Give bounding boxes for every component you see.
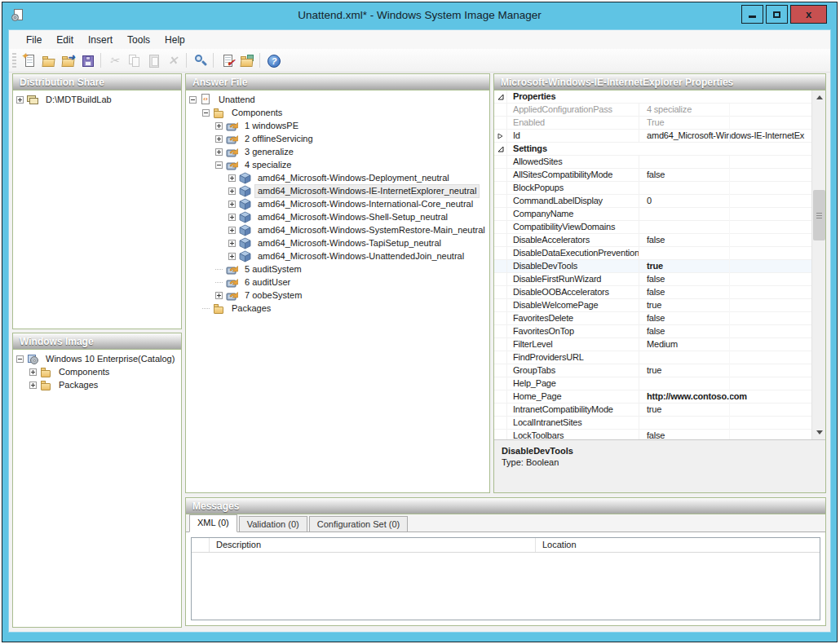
- property-value[interactable]: false: [639, 312, 811, 325]
- property-value[interactable]: false: [639, 169, 811, 182]
- property-row[interactable]: LocalIntranetSites: [494, 417, 811, 430]
- menu-edit[interactable]: Edit: [49, 32, 81, 48]
- property-row[interactable]: DisableWelcomePagetrue: [494, 299, 811, 312]
- expand-plus-icon[interactable]: [228, 201, 236, 208]
- scrollbar-up-button[interactable]: [812, 90, 826, 104]
- property-row[interactable]: DisableDevToolstrue: [494, 260, 811, 273]
- property-value[interactable]: true: [639, 364, 811, 377]
- messages-location-column[interactable]: Location: [536, 538, 820, 552]
- property-section-row[interactable]: Settings: [494, 143, 811, 156]
- expand-plus-icon[interactable]: [29, 382, 37, 389]
- answer-file-tree-item[interactable]: 1 windowsPE: [188, 119, 488, 132]
- property-value[interactable]: false: [639, 286, 811, 299]
- property-value[interactable]: 0: [639, 195, 811, 208]
- collapse-minus-icon[interactable]: [215, 161, 223, 169]
- property-row[interactable]: Help_Page: [494, 377, 811, 390]
- property-row[interactable]: AllSitesCompatibilityModefalse: [494, 169, 811, 182]
- collapse-minus-icon[interactable]: [189, 96, 197, 104]
- property-value[interactable]: [639, 221, 811, 234]
- property-row[interactable]: FindProvidersURL: [494, 351, 811, 364]
- property-value[interactable]: Medium: [639, 338, 811, 351]
- answer-file-tree-item[interactable]: Components: [188, 106, 488, 119]
- minimize-button[interactable]: [741, 5, 763, 24]
- property-row[interactable]: EnabledTrue: [494, 117, 811, 130]
- answer-file-tree-item[interactable]: amd64_Microsoft-Windows-Shell-Setup_neut…: [188, 210, 488, 223]
- section-collapse-icon[interactable]: [494, 143, 507, 156]
- answer-file-tree-item[interactable]: 7 oobeSystem: [188, 289, 488, 302]
- tab-validation[interactable]: Validation (0): [239, 516, 307, 532]
- expand-plus-icon[interactable]: [215, 122, 223, 130]
- property-value[interactable]: false: [639, 234, 811, 247]
- expand-plus-icon[interactable]: [228, 187, 236, 195]
- property-row[interactable]: CompanyName: [494, 208, 811, 221]
- property-row[interactable]: LockToolbarsfalse: [494, 430, 811, 439]
- property-value[interactable]: [639, 377, 811, 390]
- save-answer-file-button[interactable]: [78, 51, 96, 69]
- property-value[interactable]: [639, 417, 811, 430]
- property-value[interactable]: true: [639, 299, 811, 312]
- property-row[interactable]: AllowedSites: [494, 156, 811, 169]
- property-row[interactable]: CompatibilityViewDomains: [494, 221, 811, 234]
- property-row[interactable]: FavoritesOnTopfalse: [494, 325, 811, 338]
- property-row[interactable]: DisableAcceleratorsfalse: [494, 234, 811, 247]
- property-row[interactable]: CommandLabelDisplay0: [494, 195, 811, 208]
- property-row[interactable]: GroupTabstrue: [494, 364, 811, 377]
- property-row[interactable]: FilterLevelMedium: [494, 338, 811, 351]
- menu-file[interactable]: File: [19, 32, 49, 48]
- answer-file-tree-item[interactable]: 2 offlineServicing: [188, 132, 488, 145]
- windows-image-tree-item[interactable]: Packages: [15, 378, 179, 391]
- expand-plus-icon[interactable]: [16, 96, 24, 104]
- property-value[interactable]: false: [639, 430, 811, 440]
- answer-file-tree-item[interactable]: 3 generalize: [188, 145, 488, 158]
- create-configuration-set-button[interactable]: [237, 51, 255, 69]
- expand-plus-icon[interactable]: [228, 174, 236, 182]
- property-value[interactable]: 4 specialize: [639, 104, 811, 117]
- property-row[interactable]: AppliedConfigurationPass4 specialize: [494, 104, 811, 117]
- property-value[interactable]: [639, 208, 811, 221]
- answer-file-tree-item[interactable]: ‹›Unattend: [188, 93, 488, 106]
- windows-image-tree-item[interactable]: Components: [15, 365, 179, 378]
- property-value[interactable]: false: [639, 325, 811, 338]
- expand-plus-icon[interactable]: [228, 253, 236, 260]
- property-section-row[interactable]: Properties: [494, 90, 811, 104]
- open-distribution-share-button[interactable]: ➜: [59, 51, 77, 69]
- menu-insert[interactable]: Insert: [81, 32, 120, 48]
- expand-plus-icon[interactable]: [215, 148, 223, 156]
- property-row[interactable]: IntranetCompatibilityModetrue: [494, 404, 811, 417]
- property-grid-scrollbar[interactable]: [811, 90, 825, 439]
- property-row[interactable]: Home_Pagehttp://www.contoso.com: [494, 390, 811, 404]
- expand-plus-icon[interactable]: [228, 214, 236, 221]
- distribution-share-tree-item[interactable]: D:\MDTBuildLab: [15, 93, 179, 106]
- expand-plus-icon[interactable]: [215, 135, 223, 143]
- property-row[interactable]: DisableDataExecutionPrevention: [494, 247, 811, 260]
- property-value[interactable]: true: [639, 404, 811, 417]
- expand-plus-icon[interactable]: [215, 292, 223, 299]
- property-value[interactable]: [639, 156, 811, 169]
- answer-file-tree-item[interactable]: 6 auditUser: [188, 276, 488, 289]
- property-value[interactable]: True: [639, 117, 811, 130]
- expand-plus-icon[interactable]: [29, 368, 37, 376]
- toolbar-grip[interactable]: [12, 53, 16, 68]
- property-row[interactable]: DisableFirstRunWizardfalse: [494, 273, 811, 286]
- answer-file-tree-item[interactable]: amd64_Microsoft-Windows-IE-InternetExplo…: [188, 184, 488, 197]
- answer-file-tree-item[interactable]: amd64_Microsoft-Windows-UnattendedJoin_n…: [188, 249, 488, 262]
- collapse-minus-icon[interactable]: [16, 355, 24, 363]
- close-button[interactable]: x: [790, 5, 827, 24]
- answer-file-tree-item[interactable]: amd64_Microsoft-Windows-TapiSetup_neutra…: [188, 236, 488, 249]
- tab-configuration-set[interactable]: Configuration Set (0): [309, 516, 409, 532]
- property-value[interactable]: http://www.contoso.com: [639, 390, 811, 404]
- scrollbar-thumb[interactable]: [813, 190, 825, 240]
- property-row[interactable]: BlockPopups: [494, 182, 811, 195]
- property-value[interactable]: [639, 351, 811, 364]
- windows-image-tree-item[interactable]: Windows 10 Enterprise(Catalog): [15, 352, 179, 365]
- open-answer-file-button[interactable]: [39, 51, 57, 69]
- property-row[interactable]: Idamd64_Microsoft-Windows-IE-InternetEx: [494, 130, 811, 143]
- find-button[interactable]: [191, 51, 209, 69]
- answer-file-tree-item[interactable]: amd64_Microsoft-Windows-SystemRestore-Ma…: [188, 223, 488, 236]
- property-value[interactable]: true: [639, 260, 811, 273]
- property-row[interactable]: FavoritesDeletefalse: [494, 312, 811, 325]
- scrollbar-down-button[interactable]: [812, 426, 826, 439]
- answer-file-tree-item[interactable]: amd64_Microsoft-Windows-International-Co…: [188, 197, 488, 210]
- property-expand-icon[interactable]: [494, 130, 507, 143]
- property-value[interactable]: [639, 247, 811, 260]
